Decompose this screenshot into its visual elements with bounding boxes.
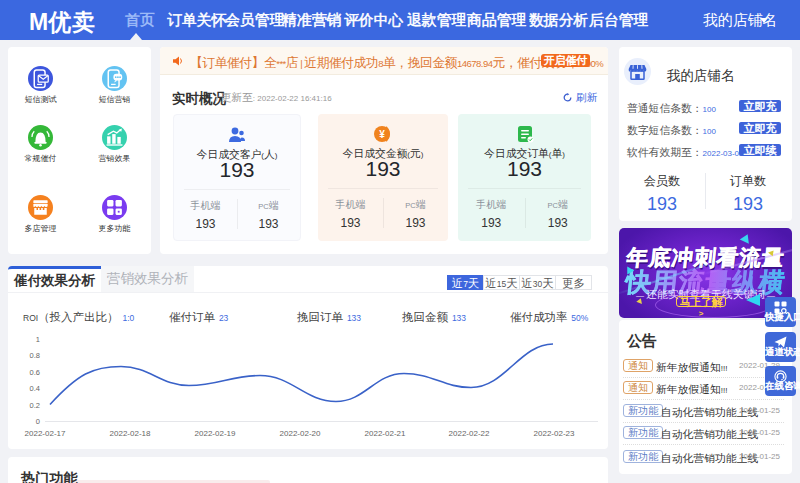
svg-text:2022-02-18: 2022-02-18 [110, 429, 151, 438]
svg-text:2022-02-23: 2022-02-23 [534, 429, 575, 438]
svg-text:0.4: 0.4 [30, 384, 40, 393]
svg-text:1: 1 [36, 335, 40, 344]
svg-text:2022-02-21: 2022-02-21 [365, 429, 406, 438]
svg-text:0.2: 0.2 [30, 401, 40, 410]
svg-text:0.6: 0.6 [30, 368, 40, 377]
svg-text:0: 0 [36, 417, 40, 426]
svg-text:2022-02-17: 2022-02-17 [25, 429, 66, 438]
svg-text:¥: ¥ [379, 129, 385, 140]
svg-text:0.8: 0.8 [30, 351, 40, 360]
svg-text:2022-02-19: 2022-02-19 [195, 429, 236, 438]
svg-text:2022-02-20: 2022-02-20 [280, 429, 321, 438]
svg-text:2022-02-22: 2022-02-22 [449, 429, 490, 438]
